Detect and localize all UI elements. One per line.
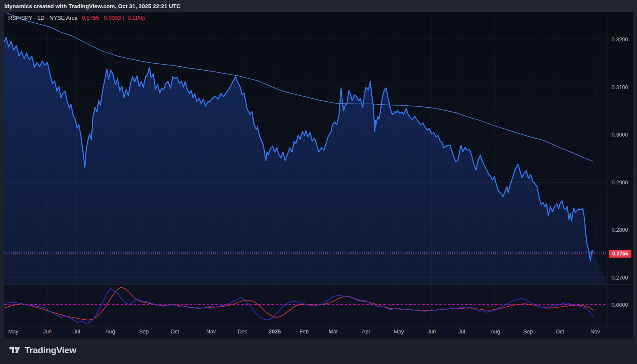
price-axis-label: 0.3000 [612, 131, 628, 138]
price-axis-label: 0.2900 [612, 179, 628, 186]
time-axis-label: Nov [586, 328, 605, 335]
time-axis-label: May [389, 328, 408, 335]
oscillator-fast-line[interactable] [4, 289, 593, 324]
last-price-badge-text: 0.2755 [612, 251, 628, 257]
price-area-fill [4, 37, 607, 285]
oscillator-slow-line[interactable] [4, 287, 593, 320]
chart-canvas[interactable] [0, 0, 637, 364]
last-price-badge: 0.2755 [609, 250, 631, 258]
time-axis-label: Oct [550, 328, 569, 335]
time-axis-label: Jul [67, 328, 86, 335]
time-axis-label: Sep [134, 328, 153, 335]
chart-legend[interactable]: RSP/SPY · 1D · NYSE Arca 0.2755 −0.0003 … [8, 15, 145, 21]
time-axis-label: May [4, 328, 23, 335]
price-axis-label: 0.3200 [612, 36, 628, 43]
time-axis-label: 2025 [265, 328, 284, 335]
time-axis-label: Jun [422, 328, 441, 335]
time-axis-label: Aug [101, 328, 120, 335]
time-axis-label: Jun [38, 328, 57, 335]
time-axis-label: Feb [295, 328, 314, 335]
bottom-bar: TradingView [0, 339, 637, 364]
tradingview-window: idynamics created with TradingView.com, … [0, 0, 637, 364]
tradingview-logo[interactable]: TradingView [9, 344, 76, 356]
legend-symbol-text[interactable]: RSP/SPY · 1D · NYSE Arca [8, 15, 78, 21]
time-axis-label: Mar [324, 328, 343, 335]
tradingview-logo-text: TradingView [25, 345, 76, 355]
price-axis-label: 0.3100 [612, 84, 628, 91]
price-axis-label: 0.2800 [612, 227, 628, 233]
window-title-bar: idynamics created with TradingView.com, … [0, 0, 637, 12]
time-axis-label: Apr [357, 328, 376, 335]
tradingview-logo-icon [9, 344, 21, 356]
window-title: idynamics created with TradingView.com, … [4, 3, 180, 9]
price-axis-label: 0.2700 [612, 274, 628, 281]
indicator-zero-label: 0.0000 [612, 302, 628, 308]
time-axis-label: Oct [165, 328, 184, 335]
time-axis-label: Dec [233, 328, 252, 335]
time-axis-label: Nov [202, 328, 221, 335]
time-axis-label: Sep [519, 328, 538, 335]
time-axis-label: Aug [486, 328, 505, 335]
legend-price-change: 0.2755 −0.0003 (−0.11%) [82, 15, 145, 21]
time-axis-label: Jul [452, 328, 471, 335]
